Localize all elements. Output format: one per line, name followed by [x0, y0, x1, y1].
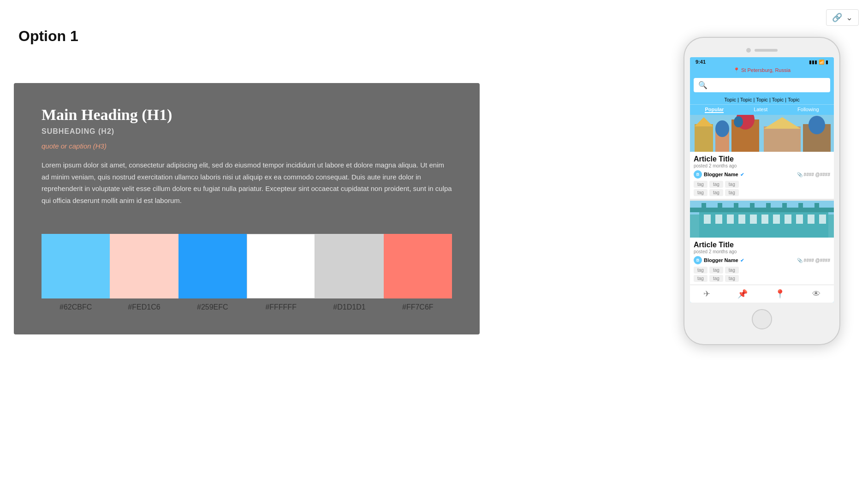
nav-location-icon[interactable]: 📍	[775, 289, 785, 299]
svg-rect-19	[727, 215, 734, 224]
svg-rect-29	[702, 203, 706, 210]
article-image-svg-1	[690, 115, 834, 152]
article-title-2: Article Title	[694, 240, 830, 249]
swatch-color-4	[247, 234, 315, 298]
tag[interactable]: tag	[709, 275, 723, 282]
tag[interactable]: tag	[694, 189, 707, 196]
tab-following[interactable]: Following	[797, 107, 819, 113]
tab-latest[interactable]: Latest	[754, 107, 767, 113]
article-stats-1: 📎 #### @####	[797, 172, 830, 177]
verified-icon-2: ✔	[740, 258, 744, 263]
tag[interactable]: tag	[709, 267, 723, 274]
author-info-1: B Blogger Name ✔	[694, 170, 744, 179]
tag[interactable]: tag	[725, 181, 739, 188]
article-author-row-2: B Blogger Name ✔ 📎 #### @####	[694, 256, 830, 264]
wifi-icon: 📶	[819, 60, 824, 65]
svg-rect-32	[750, 203, 755, 210]
svg-point-8	[734, 116, 743, 127]
article-author-row-1: B Blogger Name ✔ 📎 #### @####	[694, 170, 830, 179]
tag[interactable]: tag	[725, 189, 739, 196]
tag[interactable]: tag	[709, 189, 723, 196]
body-text: Lorem ipsum dolor sit amet, consectetur …	[42, 159, 452, 206]
article-content-2: Article Title posted 2 months ago B Blog…	[690, 238, 834, 285]
article-image-1	[690, 115, 834, 152]
tab-popular[interactable]: Popular	[705, 107, 724, 113]
swatch-color-3	[178, 234, 247, 298]
tags-row1-1: tag tag tag	[694, 181, 830, 188]
svg-rect-31	[734, 203, 738, 210]
svg-rect-28	[690, 208, 834, 212]
svg-rect-30	[718, 203, 722, 210]
swatch-3: #259EFC	[178, 234, 247, 311]
battery-icon: ▮	[826, 60, 828, 65]
tag[interactable]: tag	[694, 275, 707, 282]
svg-point-5	[715, 120, 729, 137]
nav-pin-icon[interactable]: 📌	[737, 289, 748, 299]
phone-time: 9:41	[696, 59, 706, 65]
tags-row1-2: tag tag tag	[694, 267, 830, 274]
tag[interactable]: tag	[725, 275, 739, 282]
swatch-label-4: #FFFFFF	[247, 298, 315, 311]
svg-rect-9	[764, 126, 801, 152]
nav-eye-icon[interactable]: 👁	[812, 289, 820, 299]
location-pin-icon: 📍	[733, 67, 740, 73]
author-avatar-1: B	[694, 170, 702, 179]
page-title: Option 1	[18, 28, 78, 45]
swatch-color-6	[384, 234, 452, 298]
tab-row: Popular Latest Following	[690, 105, 834, 115]
location-bar: 📍 St Petersburg, Russia	[690, 66, 834, 75]
heading-h3: quote or caption (H3)	[42, 142, 452, 150]
phone-speaker	[755, 49, 778, 52]
article-card-1: Article Title posted 2 months ago B Blog…	[690, 115, 834, 199]
style-guide-panel: Main Heading (H1) SUBHEADING (H2) quote …	[14, 83, 480, 334]
svg-rect-21	[750, 215, 757, 224]
article-meta-2: posted 2 months ago	[694, 249, 830, 254]
phone-home-button[interactable]	[752, 309, 772, 329]
svg-rect-2	[695, 124, 713, 152]
svg-rect-20	[738, 215, 745, 224]
topics-row: Topic | Topic | Topic | Topic | Topic	[690, 95, 834, 105]
article-card-2: Article Title posted 2 months ago B Blog…	[690, 201, 834, 285]
svg-rect-25	[796, 215, 803, 224]
svg-rect-17	[704, 215, 711, 224]
search-icon: 🔍	[698, 81, 707, 89]
swatch-6: #FF7C6F	[384, 234, 452, 311]
swatch-color-2	[110, 234, 178, 298]
search-bar[interactable]: 🔍	[694, 78, 830, 92]
swatch-1: #62CBFC	[42, 234, 110, 311]
swatch-label-5: #D1D1D1	[315, 298, 383, 311]
heading-h1: Main Heading (H1)	[42, 106, 452, 124]
tags-row2-1: tag tag tag	[694, 189, 830, 196]
chevron-down-icon[interactable]: ⌄	[846, 12, 853, 23]
bottom-nav: ✈ 📌 📍 👁	[690, 285, 834, 303]
svg-rect-33	[766, 203, 771, 210]
swatch-4: #FFFFFF	[247, 234, 315, 311]
svg-rect-26	[808, 215, 814, 224]
tag[interactable]: tag	[694, 181, 707, 188]
svg-rect-35	[798, 203, 803, 210]
article-content-1: Article Title posted 2 months ago B Blog…	[690, 152, 834, 199]
svg-rect-22	[761, 215, 768, 224]
svg-rect-18	[715, 215, 722, 224]
author-name-1: Blogger Name	[704, 172, 738, 177]
location-text: St Petersburg, Russia	[741, 67, 791, 73]
status-icons: ▮▮▮ 📶 ▮	[809, 60, 828, 65]
tag[interactable]: tag	[725, 267, 739, 274]
tag[interactable]: tag	[709, 181, 723, 188]
svg-rect-36	[814, 203, 819, 210]
swatch-color-1	[42, 234, 110, 298]
article-title-1: Article Title	[694, 155, 830, 163]
phone-camera	[746, 48, 751, 53]
link-icon[interactable]: 🔗	[832, 12, 842, 23]
swatch-label-2: #FED1C6	[110, 298, 178, 311]
svg-point-12	[809, 116, 825, 134]
article-meta-1: posted 2 months ago	[694, 163, 830, 168]
nav-plane-icon[interactable]: ✈	[703, 289, 710, 299]
author-avatar-2: B	[694, 256, 702, 264]
tags-row2-2: tag tag tag	[694, 275, 830, 282]
tag[interactable]: tag	[694, 267, 707, 274]
article-stats-2: 📎 #### @####	[797, 258, 830, 263]
verified-icon-1: ✔	[740, 172, 744, 177]
signal-icon: ▮▮▮	[809, 60, 817, 65]
author-name-2: Blogger Name	[704, 257, 738, 263]
